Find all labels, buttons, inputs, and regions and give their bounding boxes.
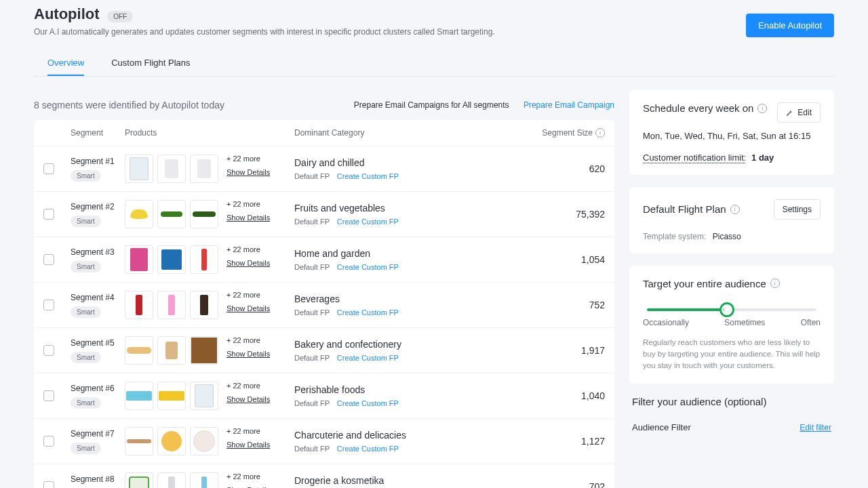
product-thumb[interactable]	[190, 245, 218, 274]
show-details-link[interactable]: Show Details	[226, 304, 270, 312]
show-details-link[interactable]: Show Details	[226, 168, 270, 176]
create-custom-fp-link[interactable]: Create Custom FP	[337, 172, 399, 180]
segment-name: Segment #5	[71, 338, 125, 348]
page-subtitle: Our A.I automatically generates and upda…	[34, 27, 495, 37]
default-fp-label: Default FP	[294, 218, 330, 226]
product-thumb[interactable]	[190, 472, 218, 488]
show-details-link[interactable]: Show Details	[226, 214, 270, 222]
col-products: Products	[125, 128, 294, 138]
show-details-link[interactable]: Show Details	[226, 259, 270, 267]
schedule-edit-button[interactable]: Edit	[777, 102, 821, 123]
product-thumb[interactable]	[125, 472, 153, 488]
product-thumb[interactable]	[190, 427, 218, 455]
create-custom-fp-link[interactable]: Create Custom FP	[337, 445, 399, 453]
row-checkbox[interactable]	[43, 345, 54, 356]
segment-name: Segment #2	[71, 202, 125, 211]
product-thumbnails: + 22 more Show Details	[125, 155, 294, 183]
create-custom-fp-link[interactable]: Create Custom FP	[337, 308, 399, 317]
category-name: Home and garden	[294, 248, 537, 259]
segment-name: Segment #3	[71, 247, 125, 257]
row-checkbox[interactable]	[43, 390, 54, 401]
product-thumb[interactable]	[125, 291, 153, 319]
show-details-link[interactable]: Show Details	[226, 395, 270, 403]
audience-filter-label: Audience Filter	[632, 422, 691, 432]
category-name: Fruits and vegetables	[294, 203, 537, 214]
page-header: Autopilot OFF Our A.I automatically gene…	[34, 0, 834, 37]
prepare-email-campaign-link[interactable]: Prepare Email Campaign	[524, 100, 614, 110]
segment-name: Segment #1	[71, 157, 125, 166]
tab-overview[interactable]: Overview	[47, 51, 84, 76]
target-title: Target your entire audience i	[643, 278, 821, 289]
category-name: Perishable foods	[294, 384, 537, 395]
more-products-label: + 22 more	[226, 155, 270, 163]
product-thumb[interactable]	[157, 427, 186, 455]
product-thumb[interactable]	[125, 336, 153, 365]
smart-badge: Smart	[71, 397, 101, 409]
table-row: Segment #1 Smart + 22 more Show Details …	[34, 146, 614, 192]
row-checkbox[interactable]	[43, 209, 54, 220]
product-thumb[interactable]	[190, 336, 218, 365]
product-thumb[interactable]	[190, 291, 218, 319]
filter-title: Filter your audience (optional)	[632, 396, 831, 407]
row-checkbox[interactable]	[43, 254, 54, 265]
segment-size: 1,917	[581, 345, 605, 356]
template-system-row: Template system: Picasso	[643, 232, 821, 241]
product-thumb[interactable]	[190, 155, 218, 183]
product-thumb[interactable]	[125, 245, 153, 274]
prepare-all-label: Prepare Email Campaigns for All segments	[354, 100, 509, 110]
product-thumb[interactable]	[190, 382, 218, 410]
create-custom-fp-link[interactable]: Create Custom FP	[337, 263, 399, 271]
tab-custom-flight-plans[interactable]: Custom Flight Plans	[111, 51, 190, 76]
col-category: Dominant Category	[294, 128, 537, 138]
table-row: Segment #5 Smart + 22 more Show Details …	[34, 328, 614, 373]
create-custom-fp-link[interactable]: Create Custom FP	[337, 354, 399, 362]
row-checkbox[interactable]	[43, 300, 54, 310]
edit-filter-link[interactable]: Edit filter	[800, 423, 831, 432]
show-details-link[interactable]: Show Details	[226, 350, 270, 358]
smart-badge: Smart	[71, 443, 101, 454]
product-thumb[interactable]	[125, 382, 153, 410]
slider-handle[interactable]	[719, 302, 734, 317]
category-name: Drogerie a kosmetika	[294, 475, 537, 486]
info-icon[interactable]: i	[757, 104, 767, 113]
product-thumb[interactable]	[157, 200, 186, 228]
segment-size: 702	[589, 481, 605, 488]
segments-table: Segment Products Dominant Category Segme…	[34, 120, 614, 488]
default-fp-label: Default FP	[294, 172, 330, 180]
product-thumbnails: + 22 more Show Details	[125, 472, 294, 488]
category-name: Beverages	[294, 293, 537, 304]
row-checkbox[interactable]	[43, 163, 54, 174]
product-thumb[interactable]	[157, 382, 186, 410]
main-toolbar: 8 segments were identified by Autopilot …	[34, 90, 614, 120]
segments-summary: 8 segments were identified by Autopilot …	[34, 100, 224, 110]
info-icon[interactable]: i	[730, 205, 740, 214]
create-custom-fp-link[interactable]: Create Custom FP	[337, 399, 399, 407]
create-custom-fp-link[interactable]: Create Custom FP	[337, 218, 399, 226]
segment-size: 75,392	[576, 209, 605, 220]
table-row: Segment #7 Smart + 22 more Show Details …	[34, 419, 614, 464]
table-header: Segment Products Dominant Category Segme…	[34, 120, 614, 146]
dfp-settings-button[interactable]: Settings	[774, 199, 821, 220]
show-details-link[interactable]: Show Details	[226, 441, 270, 449]
segment-size: 752	[589, 300, 605, 310]
product-thumb[interactable]	[125, 155, 153, 183]
notification-limit: Customer notification limit: 1 day	[643, 152, 821, 163]
segment-name: Segment #7	[71, 429, 125, 439]
product-thumb[interactable]	[190, 200, 218, 228]
product-thumb[interactable]	[157, 291, 186, 319]
segment-name: Segment #4	[71, 293, 125, 302]
product-thumb[interactable]	[125, 200, 153, 228]
info-icon[interactable]: i	[770, 279, 780, 288]
table-row: Segment #6 Smart + 22 more Show Details …	[34, 373, 614, 419]
product-thumb[interactable]	[157, 472, 186, 488]
product-thumb[interactable]	[125, 427, 153, 455]
product-thumb[interactable]	[157, 155, 186, 183]
enable-autopilot-button[interactable]: Enable Autopilot	[746, 14, 834, 37]
product-thumb[interactable]	[157, 245, 186, 274]
row-checkbox[interactable]	[43, 481, 54, 488]
table-row: Segment #4 Smart + 22 more Show Details …	[34, 283, 614, 328]
product-thumb[interactable]	[157, 336, 186, 365]
info-icon[interactable]: i	[595, 128, 605, 138]
row-checkbox[interactable]	[43, 436, 54, 447]
frequency-slider[interactable]	[647, 308, 816, 311]
